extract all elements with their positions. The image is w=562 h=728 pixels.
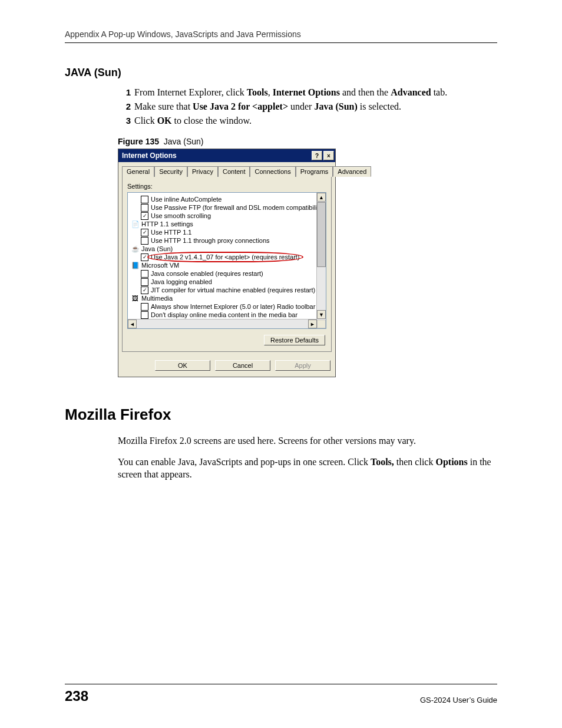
checkbox-icon[interactable]	[141, 196, 148, 203]
tab-programs[interactable]: Programs	[296, 166, 333, 177]
checkbox-icon[interactable]	[141, 204, 148, 212]
scroll-thumb[interactable]	[317, 202, 326, 267]
tab-connections[interactable]: Connections	[250, 166, 295, 177]
settings-item-label: Java logging enabled	[151, 278, 212, 286]
settings-checkbox-item[interactable]: ✓Use HTTP 1.1	[131, 228, 320, 236]
settings-item-label: Microsoft VM	[141, 261, 179, 269]
settings-checkbox-item[interactable]: Always show Internet Explorer (5.0 or la…	[131, 302, 320, 311]
mozilla-para-2: You can enable Java, JavaScripts and pop…	[118, 456, 497, 481]
page-number: 238	[65, 688, 88, 704]
settings-group: 🖼Multimedia	[131, 294, 320, 302]
running-header: Appendix A Pop-up Windows, JavaScripts a…	[65, 29, 497, 43]
internet-options-dialog: Internet Options ? × General Security Pr…	[118, 149, 336, 377]
settings-label: Settings:	[127, 183, 326, 190]
group-icon: 📄	[131, 220, 139, 228]
settings-item-label: Use inline AutoComplete	[151, 195, 222, 203]
checkbox-icon[interactable]: ✓	[141, 286, 148, 294]
scroll-up-icon[interactable]: ▲	[317, 193, 326, 202]
settings-item-label: Use Passive FTP (for firewall and DSL mo…	[151, 203, 324, 212]
dialog-titlebar: Internet Options ? ×	[118, 149, 335, 162]
step-3: 3Click OK to close the window.	[118, 116, 497, 126]
settings-checkbox-item[interactable]: Use HTTP 1.1 through proxy connections	[131, 236, 320, 245]
section-heading-mozilla-firefox: Mozilla Firefox	[65, 406, 497, 424]
vertical-scrollbar[interactable]: ▲ ▼	[316, 193, 326, 319]
advanced-tab-pane: Settings: Use inline AutoCompleteUse Pas…	[122, 176, 332, 352]
step-number: 3	[118, 116, 131, 126]
checkbox-icon[interactable]	[141, 278, 148, 286]
guide-name: GS-2024 User’s Guide	[420, 696, 497, 704]
steps-list: 1From Internet Explorer, click Tools, In…	[118, 87, 497, 126]
settings-tree: Use inline AutoCompleteUse Passive FTP (…	[127, 192, 326, 329]
scroll-corner	[317, 319, 326, 328]
horizontal-scrollbar[interactable]: ◄ ►	[128, 319, 317, 328]
checkbox-icon[interactable]: ✓	[141, 212, 148, 220]
settings-item-label: Multimedia	[141, 294, 173, 302]
settings-item-label: Use Java 2 v1.4.1_07 for <applet> (requi…	[151, 253, 300, 261]
section-title-java-sun: JAVA (Sun)	[65, 67, 497, 79]
restore-defaults-button[interactable]: Restore Defaults	[264, 335, 325, 345]
settings-item-label: HTTP 1.1 settings	[141, 220, 193, 228]
scroll-right-icon[interactable]: ►	[308, 319, 317, 328]
settings-group: 📘Microsoft VM	[131, 261, 320, 269]
settings-group: 📄HTTP 1.1 settings	[131, 220, 320, 228]
settings-checkbox-item[interactable]: Java logging enabled	[131, 278, 320, 286]
cancel-button[interactable]: Cancel	[215, 360, 270, 371]
settings-checkbox-item[interactable]: ✓Use smooth scrolling	[131, 212, 320, 220]
settings-item-label: JIT compiler for virtual machine enabled…	[151, 286, 315, 294]
tab-general[interactable]: General	[122, 166, 154, 177]
settings-item-label: Use HTTP 1.1	[151, 228, 192, 236]
dialog-title: Internet Options	[122, 151, 310, 160]
checkbox-icon[interactable]	[141, 303, 148, 311]
step-1: 1From Internet Explorer, click Tools, In…	[118, 87, 497, 98]
tab-privacy[interactable]: Privacy	[187, 166, 218, 177]
page-footer: 238 GS-2024 User’s Guide	[65, 684, 497, 704]
settings-item-label: Java console enabled (requires restart)	[151, 269, 263, 278]
settings-item-label: Use HTTP 1.1 through proxy connections	[151, 236, 270, 245]
step-2: 2Make sure that Use Java 2 for <applet> …	[118, 101, 497, 112]
tab-strip: General Security Privacy Content Connect…	[118, 162, 335, 176]
checkbox-icon[interactable]	[141, 311, 148, 319]
group-icon: ☕	[131, 245, 139, 252]
settings-checkbox-item[interactable]: Use Passive FTP (for firewall and DSL mo…	[131, 203, 320, 212]
checkbox-icon[interactable]: ✓	[141, 253, 148, 261]
settings-checkbox-item[interactable]: Use inline AutoComplete	[131, 195, 320, 203]
checkbox-icon[interactable]	[141, 270, 148, 278]
step-number: 1	[118, 87, 131, 97]
checkbox-icon[interactable]	[141, 237, 148, 245]
checkbox-icon[interactable]: ✓	[141, 229, 148, 236]
tab-security[interactable]: Security	[154, 166, 187, 177]
tab-advanced[interactable]: Advanced	[333, 166, 371, 177]
ok-button[interactable]: OK	[155, 360, 210, 371]
settings-checkbox-item[interactable]: ✓Use Java 2 v1.4.1_07 for <applet> (requ…	[131, 253, 320, 261]
group-icon: 📘	[131, 261, 139, 269]
settings-item-label: Don't display online media content in th…	[151, 311, 297, 319]
settings-checkbox-item[interactable]: ✓JIT compiler for virtual machine enable…	[131, 286, 320, 294]
mozilla-para-1: Mozilla Firefox 2.0 screens are used her…	[118, 434, 497, 447]
step-number: 2	[118, 101, 131, 111]
scroll-left-icon[interactable]: ◄	[128, 319, 137, 328]
settings-item-label: Use smooth scrolling	[151, 212, 211, 220]
help-button[interactable]: ?	[312, 151, 322, 160]
close-button[interactable]: ×	[323, 151, 334, 160]
scroll-down-icon[interactable]: ▼	[317, 310, 326, 319]
apply-button[interactable]: Apply	[275, 360, 330, 371]
settings-group: ☕Java (Sun)	[131, 245, 320, 253]
settings-item-label: Java (Sun)	[141, 245, 173, 253]
settings-checkbox-item[interactable]: Don't display online media content in th…	[131, 311, 320, 319]
tab-content[interactable]: Content	[218, 166, 250, 177]
group-icon: 🖼	[131, 294, 139, 302]
settings-checkbox-item[interactable]: Java console enabled (requires restart)	[131, 269, 320, 278]
dialog-button-row: OK Cancel Apply	[118, 355, 335, 377]
figure-caption: Figure 135 Java (Sun)	[118, 137, 497, 146]
settings-item-label: Always show Internet Explorer (5.0 or la…	[151, 302, 315, 311]
